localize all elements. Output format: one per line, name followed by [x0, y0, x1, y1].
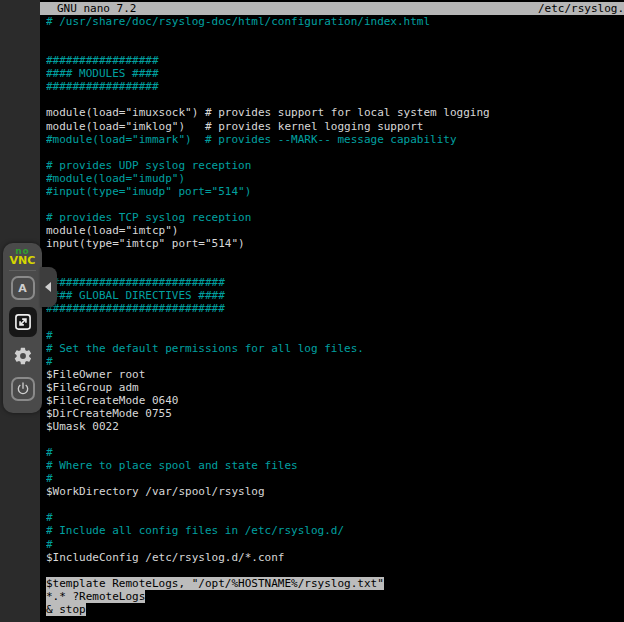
terminal-window[interactable]: GNU nano 7.2 /etc/rsyslog. # /usr/share/…	[40, 0, 624, 622]
editor-line	[46, 433, 624, 446]
fullscreen-icon	[13, 312, 33, 332]
keyboard-key-icon: A	[18, 282, 27, 295]
editor-line: $DirCreateMode 0755	[46, 407, 624, 420]
editor-line: #### MODULES ####	[46, 67, 624, 80]
editor-line: ###########################	[46, 302, 624, 315]
editor-line: #	[46, 355, 624, 368]
novnc-logo: no VNC	[3, 243, 42, 265]
editor-line: $template RemoteLogs, "/opt/%HOSTNAME%/r…	[46, 577, 624, 590]
editor-line: #input(type="imudp" port="514")	[46, 185, 624, 198]
editor-line	[46, 315, 624, 328]
nano-filename-label: /etc/rsyslog.	[538, 2, 624, 15]
keyboard-button[interactable]: A	[11, 276, 35, 300]
panel-divider	[9, 270, 36, 271]
editor-line: # provides TCP syslog reception	[46, 211, 624, 224]
editor-line: # Include all config files in /etc/rsysl…	[46, 524, 624, 537]
editor-line	[46, 146, 624, 159]
editor-line: #	[46, 511, 624, 524]
editor-line: $WorkDirectory /var/spool/rsyslog	[46, 485, 624, 498]
editor-line	[46, 263, 624, 276]
editor-line: # /usr/share/doc/rsyslog-doc/html/config…	[46, 15, 624, 28]
editor-line: #	[46, 329, 624, 342]
editor-line	[46, 250, 624, 263]
editor-line: $FileOwner root	[46, 368, 624, 381]
editor-line: #	[46, 472, 624, 485]
nano-version-label: GNU nano 7.2	[57, 2, 136, 15]
novnc-logo-vnc: VNC	[3, 256, 42, 265]
editor-line: #################	[46, 80, 624, 93]
control-bar-handle[interactable]	[40, 267, 57, 307]
editor-line: $FileGroup adm	[46, 381, 624, 394]
editor-line: module(load="imuxsock") # provides suppo…	[46, 106, 624, 119]
editor-line: #module(load="imudp")	[46, 172, 624, 185]
editor-line	[46, 41, 624, 54]
editor-line: $IncludeConfig /etc/rsyslog.d/*.conf	[46, 551, 624, 564]
editor-line: # Where to place spool and state files	[46, 459, 624, 472]
editor-line: #### GLOBAL DIRECTIVES ####	[46, 289, 624, 302]
editor-line	[46, 498, 624, 511]
editor-line: #module(load="immark") # provides --MARK…	[46, 133, 624, 146]
nano-titlebar: GNU nano 7.2 /etc/rsyslog.	[40, 2, 624, 15]
editor-line: $FileCreateMode 0640	[46, 394, 624, 407]
editor-line: # Set the default permissions for all lo…	[46, 342, 624, 355]
editor-line	[46, 28, 624, 41]
editor-line: ###########################	[46, 276, 624, 289]
gear-icon	[13, 346, 33, 366]
editor-line: # provides UDP syslog reception	[46, 159, 624, 172]
editor-content[interactable]: # /usr/share/doc/rsyslog-doc/html/config…	[46, 15, 624, 622]
novnc-control-bar: no VNC A	[3, 243, 42, 413]
editor-line: #	[46, 446, 624, 459]
power-icon	[15, 381, 31, 397]
editor-line: & stop	[46, 603, 624, 616]
screen: GNU nano 7.2 /etc/rsyslog. # /usr/share/…	[0, 0, 624, 622]
collapse-arrow-icon	[45, 282, 51, 292]
editor-line	[46, 564, 624, 577]
editor-line: module(load="imtcp")	[46, 224, 624, 237]
editor-line: module(load="imklog") # provides kernel …	[46, 120, 624, 133]
editor-line	[46, 93, 624, 106]
editor-line: #	[46, 538, 624, 551]
editor-line: $Umask 0022	[46, 420, 624, 433]
fullscreen-button[interactable]	[9, 307, 37, 337]
settings-button[interactable]	[11, 344, 35, 368]
editor-line: input(type="imtcp" port="514")	[46, 237, 624, 250]
disconnect-button[interactable]	[11, 377, 35, 401]
editor-line: *.* ?RemoteLogs	[46, 590, 624, 603]
editor-line: #################	[46, 54, 624, 67]
editor-line	[46, 198, 624, 211]
